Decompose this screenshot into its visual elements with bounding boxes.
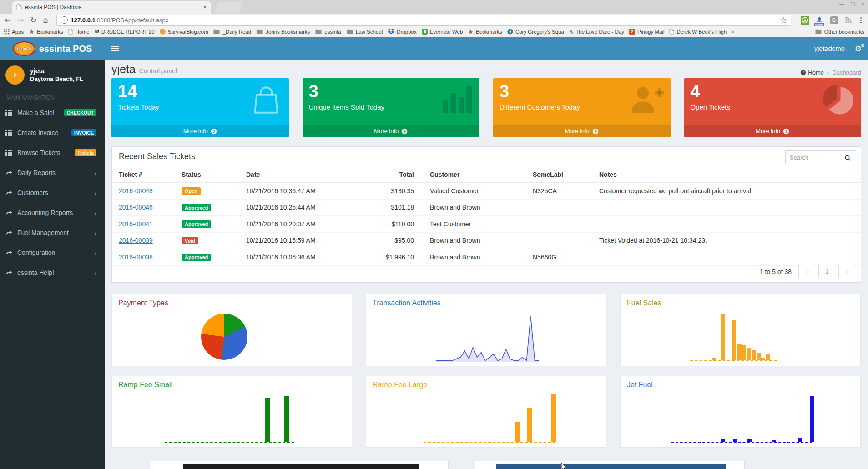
browser-menu-icon[interactable] xyxy=(858,17,863,23)
ticket-customer: Test Customer xyxy=(423,216,526,233)
url-text[interactable]: 127.0.0.1:8080/POSApp/default.aspx xyxy=(71,17,777,24)
pagination-prev-button[interactable]: ‹ xyxy=(798,264,815,279)
gears-icon[interactable]: ⚙⚙ xyxy=(855,44,862,53)
ticket-notes xyxy=(592,199,861,216)
sidebar-badge: Tickets xyxy=(75,149,96,156)
g-extension-icon[interactable]: G xyxy=(829,15,838,25)
sidebar-item-make-a-sale[interactable]: Make a Sale!CHECKOUT xyxy=(0,103,105,123)
bookmark-bookmarks[interactable]: Bookmarks xyxy=(468,29,502,35)
bar xyxy=(712,358,716,360)
search-button[interactable] xyxy=(839,150,856,165)
browser-tab[interactable]: essinta POS | Dashboa × xyxy=(12,1,211,14)
ticket-link[interactable]: 2016-00038 xyxy=(119,254,153,261)
sidebar-item-accounting-reports[interactable]: Accounting Reports‹ xyxy=(0,203,105,223)
sidebar-toggle-icon[interactable] xyxy=(105,37,126,60)
ticket-notes: Customer requested we pull out aircraft … xyxy=(592,183,861,200)
sidebar-item-label: Create Invoice xyxy=(17,129,58,136)
status-badge: Void xyxy=(182,237,198,244)
chart-panel-jet-fuel: Jet Fuel xyxy=(620,376,861,448)
column-header-customer: Customer xyxy=(423,167,526,183)
more-info-link[interactable]: More info xyxy=(111,125,289,137)
share-icon xyxy=(5,249,13,256)
back-icon[interactable]: ← xyxy=(5,16,11,24)
ticket-link[interactable]: 2016-00041 xyxy=(119,220,153,228)
sidebar-item-customers[interactable]: Customers‹ xyxy=(0,183,105,203)
more-info-link[interactable]: More info xyxy=(303,125,480,137)
folder-icon xyxy=(256,29,263,35)
bookmark-home[interactable]: Home xyxy=(68,29,90,35)
close-window-icon[interactable]: × xyxy=(862,1,864,7)
bookmark-cory-gregory-s-squa[interactable]: eCory Gregory's Squa xyxy=(507,29,564,35)
brand[interactable]: essinta essinta POS xyxy=(0,37,105,60)
navbar-username[interactable]: yjetademo xyxy=(814,45,845,52)
other-bookmarks[interactable]: Other bookmarks xyxy=(815,29,864,35)
bookmark-apps[interactable]: Apps xyxy=(4,29,24,35)
bar xyxy=(810,396,814,442)
search-input[interactable] xyxy=(785,150,839,164)
sidebar-item-create-invoice[interactable]: Create InvoiceINVOICE xyxy=(0,123,105,143)
bookmark-drudge-report-20[interactable]: MDRUDGE REPORT 20 xyxy=(94,28,154,35)
bookmark-pinogy-mail[interactable]: ZPinogy Mail xyxy=(629,29,664,35)
bookmarks-overflow-chevron[interactable]: » xyxy=(732,28,735,35)
ticket-link[interactable]: 2016-00048 xyxy=(119,187,153,195)
bookmark-the-love-dare-day[interactable]: KThe Love Dare - Day xyxy=(569,28,624,35)
forward-icon[interactable]: → xyxy=(17,16,24,24)
minimize-icon[interactable]: — xyxy=(839,1,844,7)
bookmark-johns-booksmarks[interactable]: Johns Booksmarks xyxy=(256,29,310,35)
dashed-baseline xyxy=(690,360,777,361)
breadcrumb-home-link[interactable]: Home xyxy=(800,69,824,76)
peace-extension-icon[interactable] xyxy=(800,15,809,25)
tickets-table: Ticket #StatusDateTotalCustomerSomeLablN… xyxy=(112,167,861,266)
ticket-link[interactable]: 2016-00039 xyxy=(119,237,153,244)
ticket-customer: Brown and Brown xyxy=(423,249,526,266)
status-badge: Open xyxy=(182,187,201,195)
maximize-icon[interactable]: ▢ xyxy=(850,1,855,7)
evernote-icon xyxy=(422,29,428,35)
bookmark-essinta[interactable]: essinta xyxy=(315,29,341,35)
table-row: 2016-00038Approved10/21/2016 10:06:36 AM… xyxy=(112,249,861,266)
bar xyxy=(757,353,761,360)
tab-close-icon[interactable]: × xyxy=(203,4,207,10)
ticket-somelabl xyxy=(526,199,592,216)
rss-extension-icon[interactable] xyxy=(844,15,853,25)
pagination-page-button[interactable]: 1 xyxy=(818,264,835,279)
sidebar-item-essinta-help[interactable]: essinta Help!‹ xyxy=(0,263,105,283)
info-box-open-tickets: 4Open TicketsMore info xyxy=(684,78,862,137)
status-badge: Approved xyxy=(182,254,211,261)
huntin-extension-icon[interactable]: huntin xyxy=(815,15,824,25)
bookmark-dropbox[interactable]: Dropbox xyxy=(388,29,416,35)
sidebar-item-daily-reports[interactable]: Daily Reports‹ xyxy=(0,163,105,183)
sidebar-item-label: Configuration xyxy=(17,249,55,256)
bookmark-survivalblog-com[interactable]: SurvivalBlog.com xyxy=(160,29,208,35)
pagination-next-button[interactable]: › xyxy=(838,264,855,279)
search-icon xyxy=(844,155,851,161)
bar xyxy=(761,358,765,360)
ticket-link[interactable]: 2016-00046 xyxy=(119,204,153,211)
ticket-customer: Brown and Brown xyxy=(423,232,526,249)
bookmark-star-icon[interactable] xyxy=(780,17,787,24)
pagination: 1 to 5 of 38 ‹ 1 › xyxy=(760,264,855,279)
sidebar-item-fuel-management[interactable]: Fuel Management‹ xyxy=(0,223,105,243)
bookmark-evernote-web[interactable]: Evernote Web xyxy=(422,29,463,35)
bookmark-law-school[interactable]: Law School xyxy=(346,29,383,35)
sidebar-item-browse-tickets[interactable]: Browse TicketsTickets xyxy=(0,143,105,163)
folder-icon xyxy=(213,29,220,35)
folder-icon xyxy=(815,29,822,35)
user-avatar[interactable]: › xyxy=(5,65,25,85)
bar xyxy=(515,422,520,442)
refresh-icon[interactable]: ↻ xyxy=(30,16,37,24)
bookmark-bookmarks[interactable]: Bookmarks xyxy=(29,29,63,35)
sidebar-item-configuration[interactable]: Configuration‹ xyxy=(0,243,105,263)
bookmarks-bar-divider xyxy=(809,28,809,35)
ticket-notes xyxy=(592,216,861,233)
breadcrumb: Home > Dashboard xyxy=(800,69,861,76)
url-bar[interactable]: i 127.0.0.1:8080/POSApp/default.aspx xyxy=(56,15,791,26)
column-header-total: Total xyxy=(365,167,423,183)
bookmark-daily-read[interactable]: _Daily Read xyxy=(213,29,251,35)
bookmark-derek-w-beck-s-fligh[interactable]: Derek W Beck's Fligh xyxy=(669,29,727,35)
home-icon[interactable]: ⌂ xyxy=(43,16,48,24)
new-tab-button[interactable] xyxy=(215,2,243,13)
more-info-link[interactable]: More info xyxy=(493,125,671,137)
more-info-link[interactable]: More info xyxy=(684,125,862,137)
page-info-icon[interactable]: i xyxy=(61,16,68,24)
